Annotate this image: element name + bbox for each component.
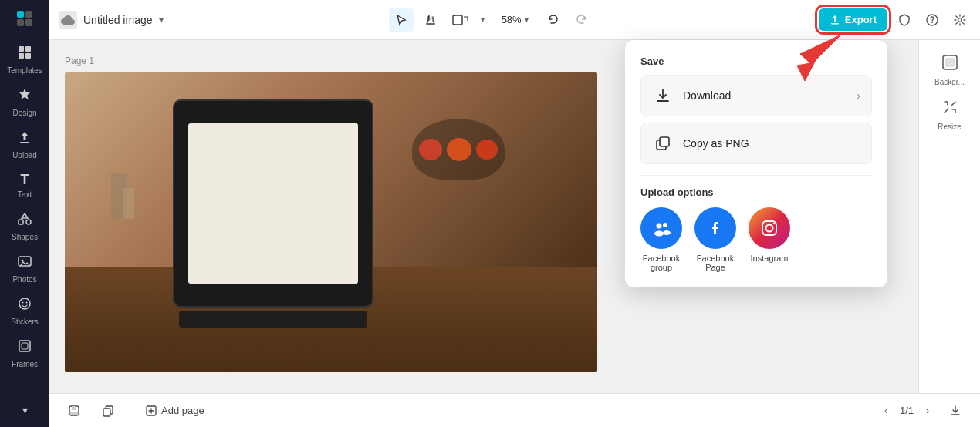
copy-png-icon: [652, 133, 674, 154]
tablet-element: [173, 99, 373, 331]
add-page-btn[interactable]: Add page: [140, 402, 211, 419]
instagram-icon: [749, 207, 790, 249]
download-item[interactable]: Download ›: [640, 75, 872, 116]
zoom-control[interactable]: 58% ▾: [494, 11, 536, 29]
shield-icon[interactable]: [894, 9, 915, 31]
page-number: 1/1: [900, 405, 914, 416]
svg-rect-32: [660, 137, 669, 146]
app-logo: [12, 6, 37, 31]
sidebar-item-stickers[interactable]: Stickers: [3, 291, 46, 331]
svg-point-38: [766, 225, 773, 232]
svg-rect-9: [19, 220, 23, 224]
upload-option-instagram[interactable]: Instagram: [749, 207, 790, 272]
sidebar-templates-label: Templates: [7, 66, 42, 75]
sidebar: Templates Design Upload T Text: [0, 0, 49, 427]
svg-rect-5: [25, 46, 31, 52]
undo-redo-controls: [541, 8, 593, 32]
panel-item-background[interactable]: Backgr...: [925, 49, 975, 91]
text-icon: T: [21, 172, 29, 188]
fb-group-label: Facebookgroup: [643, 254, 680, 272]
svg-point-39: [773, 223, 775, 224]
stickers-icon: [17, 296, 32, 315]
instagram-label: Instagram: [751, 254, 789, 263]
save-btn[interactable]: [62, 402, 86, 420]
sidebar-photos-label: Photos: [12, 275, 36, 284]
page-next-btn[interactable]: ›: [918, 402, 937, 420]
svg-rect-16: [19, 341, 30, 351]
svg-rect-3: [25, 19, 32, 26]
download-item-arrow: ›: [857, 89, 860, 102]
svg-rect-7: [25, 53, 31, 59]
upload-option-fb-group[interactable]: Facebookgroup: [640, 207, 682, 272]
shapes-icon: [17, 211, 32, 230]
fruit-bowl: [412, 119, 520, 211]
select-tool-btn[interactable]: [389, 8, 414, 32]
sidebar-item-shapes[interactable]: Shapes: [3, 207, 46, 246]
upload-option-fb-page[interactable]: FacebookPage: [694, 207, 736, 272]
frame-tool-btn[interactable]: [448, 8, 472, 32]
file-title: Untitled image: [83, 14, 153, 26]
toolbar-left: Untitled image ▾: [59, 11, 164, 29]
sidebar-stickers-label: Stickers: [11, 318, 39, 326]
download-item-icon: [652, 85, 674, 106]
settings-icon[interactable]: [949, 9, 971, 31]
frame-chevron-btn[interactable]: ▾: [477, 8, 489, 32]
canvas-frame[interactable]: [65, 72, 597, 372]
panel-item-resize[interactable]: Resize: [925, 94, 975, 136]
sidebar-item-design[interactable]: Design: [3, 82, 46, 122]
svg-rect-24: [945, 58, 955, 67]
copy-png-item[interactable]: Copy as PNG: [640, 123, 872, 164]
redo-btn[interactable]: [569, 8, 593, 32]
add-page-label: Add page: [161, 405, 204, 416]
sidebar-item-templates[interactable]: Templates: [3, 40, 46, 79]
hand-tool-btn[interactable]: [418, 8, 443, 32]
bottom-bar: Add page ‹ 1/1 ›: [49, 393, 980, 427]
svg-rect-29: [103, 409, 110, 416]
sidebar-item-text[interactable]: T Text: [3, 167, 46, 203]
sidebar-collapse-btn[interactable]: ▾: [3, 399, 46, 421]
svg-point-33: [657, 224, 662, 229]
svg-rect-2: [17, 19, 24, 26]
svg-rect-8: [20, 142, 29, 143]
dropdown-divider: [640, 175, 872, 176]
sidebar-design-label: Design: [12, 109, 36, 117]
copy-btn[interactable]: [96, 402, 120, 420]
svg-point-35: [663, 223, 667, 227]
sidebar-item-frames[interactable]: Frames: [3, 334, 46, 373]
svg-rect-19: [831, 23, 839, 25]
sidebar-item-photos[interactable]: Photos: [3, 249, 46, 288]
svg-point-34: [654, 231, 664, 237]
sidebar-upload-label: Upload: [12, 151, 37, 160]
upload-icon: [17, 129, 32, 149]
zoom-chevron-icon: ▾: [525, 15, 529, 24]
sidebar-item-upload[interactable]: Upload: [3, 125, 46, 164]
svg-rect-1: [25, 11, 32, 18]
svg-rect-0: [17, 11, 24, 18]
bottom-separator: [130, 403, 130, 419]
svg-point-13: [19, 298, 30, 309]
undo-btn[interactable]: [541, 8, 566, 32]
help-icon[interactable]: [921, 9, 943, 31]
cloud-icon: [59, 11, 77, 29]
upload-options-title: Upload options: [640, 187, 872, 198]
svg-rect-6: [19, 53, 24, 59]
page-prev-btn[interactable]: ‹: [877, 402, 895, 420]
zoom-value: 58%: [502, 14, 522, 25]
fb-group-icon: [640, 207, 682, 249]
toolbar-center: ▾ 58% ▾: [170, 8, 813, 32]
photos-icon: [17, 254, 32, 273]
toolbar-utility-icons: [894, 9, 971, 31]
fb-page-icon: [694, 207, 736, 249]
bottom-right: ‹ 1/1 ›: [877, 402, 968, 420]
resize-panel-icon: [941, 99, 958, 119]
right-panel: Backgr... Resize: [918, 40, 980, 393]
file-chevron-icon[interactable]: ▾: [159, 15, 164, 25]
svg-rect-4: [19, 46, 24, 52]
svg-rect-27: [70, 412, 78, 415]
download-btn[interactable]: [943, 402, 968, 420]
fb-page-label: FacebookPage: [697, 254, 734, 272]
collapse-icon: ▾: [22, 404, 28, 416]
svg-point-12: [22, 260, 24, 262]
svg-rect-26: [72, 406, 76, 410]
export-button[interactable]: Export: [819, 8, 887, 31]
